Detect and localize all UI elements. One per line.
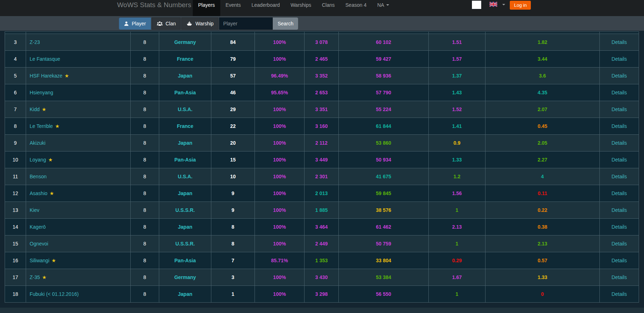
nation-cell: U.S.S.R. <box>159 235 211 252</box>
ratio-b-cell: 0.22 <box>485 202 600 219</box>
ratio-b-cell: 1.82 <box>485 34 600 51</box>
details-link[interactable]: Details <box>612 56 627 62</box>
tier-cell: 8 <box>131 168 159 185</box>
rank-cell: 4 <box>5 51 26 68</box>
ratio-a-cell: 1 <box>429 235 485 252</box>
rank-cell: 18 <box>5 286 26 303</box>
ratio-b-cell: 0.45 <box>485 118 600 135</box>
table-row: 16 Siliwangi★ 8 Pan-Asia 7 85.71% 1 353 … <box>5 252 639 269</box>
premium-star-icon: ★ <box>42 106 46 112</box>
nav-item-season-4[interactable]: Season 4 <box>340 0 372 16</box>
person-icon <box>124 21 129 26</box>
nation-cell: Pan-Asia <box>159 252 211 269</box>
ship-link[interactable]: Kagerō <box>30 224 46 230</box>
nation-cell: France <box>159 118 211 135</box>
ship-link[interactable]: Z-23 <box>30 39 40 45</box>
ship-name-cell: Kiev★ <box>26 202 131 219</box>
ship-link[interactable]: Le Terrible <box>30 123 53 129</box>
win-rate-cell: 100% <box>255 202 305 219</box>
ship-link[interactable]: Ognevoi <box>30 241 48 247</box>
ship-link[interactable]: Hsienyang <box>30 90 53 95</box>
details-cell: Details <box>600 68 639 84</box>
tab-player[interactable]: Player <box>119 18 151 30</box>
site-title: WoWS Stats & Numbers <box>117 1 191 9</box>
details-cell: Details <box>600 135 639 151</box>
nation-cell: France <box>159 51 211 68</box>
rank-cell: 6 <box>5 84 26 101</box>
win-rate-cell: 85.71% <box>255 252 305 269</box>
nav-item-clans[interactable]: Clans <box>317 0 340 16</box>
language-caret-icon[interactable] <box>502 4 505 5</box>
details-link[interactable]: Details <box>612 224 627 230</box>
battles-cell: 29 <box>211 101 255 118</box>
details-link[interactable]: Details <box>612 140 627 146</box>
details-link[interactable]: Details <box>612 39 627 45</box>
ship-name-cell: Z-23★ <box>26 34 131 51</box>
search-button[interactable]: Search <box>273 18 298 30</box>
nav-item-warships[interactable]: Warships <box>285 0 317 16</box>
uk-flag-icon[interactable] <box>489 2 497 7</box>
details-link[interactable]: Details <box>612 90 627 95</box>
nation-cell: Japan <box>159 68 211 84</box>
details-link[interactable]: Details <box>612 241 627 247</box>
search-input[interactable] <box>219 18 273 30</box>
tier-cell: 8 <box>131 252 159 269</box>
details-link[interactable]: Details <box>612 157 627 163</box>
ship-link[interactable]: Kidd <box>30 106 40 112</box>
ship-link[interactable]: Le Fantasque <box>30 56 60 62</box>
details-link[interactable]: Details <box>612 174 627 179</box>
ship-link[interactable]: Siliwangi <box>30 258 49 263</box>
ship-link[interactable]: Asashio <box>30 190 47 196</box>
tier-cell: 8 <box>131 118 159 135</box>
main-nav: PlayersEventsLeaderboardWarshipsClansSea… <box>193 0 394 16</box>
login-button[interactable]: Log in <box>510 1 531 10</box>
rank-cell: 10 <box>5 151 26 168</box>
avg-exp-cell: 3 430 <box>305 269 339 286</box>
avg-damage-cell: 38 576 <box>339 202 429 219</box>
details-link[interactable]: Details <box>612 106 627 112</box>
avg-damage-cell: 61 844 <box>339 118 429 135</box>
premium-star-icon: ★ <box>42 274 47 280</box>
details-link[interactable]: Details <box>612 207 627 213</box>
tab-clan[interactable]: Clan <box>152 18 181 30</box>
win-rate-cell: 100% <box>255 34 305 51</box>
ratio-b-cell: 2.13 <box>485 235 600 252</box>
ship-link[interactable]: Loyang <box>30 157 46 163</box>
details-cell: Details <box>600 269 639 286</box>
premium-star-icon: ★ <box>50 190 54 196</box>
details-cell: Details <box>600 151 639 168</box>
tier-cell: 8 <box>131 219 159 235</box>
ship-name-cell: Fubuki (< 01.12.2016)★ <box>26 286 131 303</box>
ratio-b-cell: 3.44 <box>485 51 600 68</box>
rank-cell: 8 <box>5 118 26 135</box>
nav-item-leaderboard[interactable]: Leaderboard <box>246 0 285 16</box>
win-rate-cell: 96.49% <box>255 68 305 84</box>
rank-cell: 13 <box>5 202 26 219</box>
ship-name-cell: Asashio★ <box>26 185 131 202</box>
details-link[interactable]: Details <box>612 73 627 79</box>
details-link[interactable]: Details <box>612 190 627 196</box>
unknown-white-panel[interactable] <box>472 1 481 9</box>
battles-cell: 20 <box>211 135 255 151</box>
rank-cell: 14 <box>5 219 26 235</box>
ship-link[interactable]: Kiev <box>30 207 39 213</box>
ship-link[interactable]: Akizuki <box>30 140 45 146</box>
details-link[interactable]: Details <box>612 274 627 280</box>
ship-link[interactable]: HSF Harekaze <box>30 73 62 79</box>
nav-item-events[interactable]: Events <box>220 0 246 16</box>
tab-warship[interactable]: Warship <box>181 18 218 30</box>
ship-link[interactable]: Z-35 <box>30 274 40 280</box>
ship-link[interactable]: Benson <box>30 174 46 179</box>
rank-cell: 5 <box>5 68 26 84</box>
ship-link[interactable]: Fubuki (< 01.12.2016) <box>30 291 79 297</box>
details-link[interactable]: Details <box>612 258 627 263</box>
ratio-a-cell: 1 <box>429 202 485 219</box>
nav-item-players[interactable]: Players <box>193 0 220 16</box>
ship-name-cell: Ognevoi★ <box>26 235 131 252</box>
nav-item-na[interactable]: NA <box>372 0 394 16</box>
ratio-b-cell: 4.35 <box>485 84 600 101</box>
rank-cell: 15 <box>5 235 26 252</box>
details-link[interactable]: Details <box>612 123 627 129</box>
ship-name-cell: Loyang★ <box>26 151 131 168</box>
details-link[interactable]: Details <box>612 291 627 297</box>
